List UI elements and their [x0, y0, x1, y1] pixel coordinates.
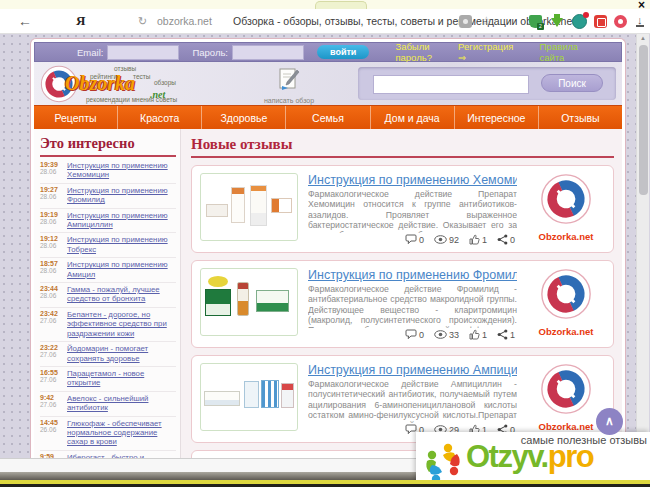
otzyv-brand-yellow: pro [548, 439, 593, 474]
logo-word-obzory: обзоры [154, 79, 176, 86]
email-field[interactable] [107, 45, 179, 60]
review-title-link[interactable]: Инструкция по применению Ампициллин [308, 363, 517, 377]
item-timestamp: 23:42 27.06 [40, 310, 63, 338]
share-icon[interactable] [497, 234, 508, 245]
search-input[interactable] [373, 75, 529, 94]
nav-item[interactable]: Здоровье [202, 106, 286, 129]
register-link[interactable]: Регистрация ⇒ [458, 41, 514, 63]
views-icon [434, 330, 447, 339]
item-time: 19:19 [40, 211, 63, 218]
login-button[interactable]: войти [317, 45, 369, 59]
sidebar-article-link[interactable]: Инструкция по применению Хемомицин [67, 161, 176, 180]
nav-item[interactable]: Интересное [455, 106, 539, 129]
item-timestamp: 19:12 28.06 [40, 235, 63, 254]
item-date: 27.06 [40, 401, 63, 408]
item-timestamp: 9:42 27.06 [40, 394, 63, 413]
item-timestamp: 19:27 28.06 [40, 186, 63, 205]
review-card: Инструкция по применению Фромилид Фармак… [191, 260, 614, 348]
extension-pink-icon[interactable] [614, 14, 627, 28]
sidebar-article-link[interactable]: Инструкция по применению Фромилид [67, 186, 176, 205]
extension-red-icon[interactable] [594, 14, 607, 28]
nav-item[interactable]: Красота [118, 106, 202, 129]
item-date: 28.06 [40, 168, 63, 175]
sidebar-article-link[interactable]: Инструкция по применению Амицил [67, 260, 176, 279]
site-header: отзывы рейтинги тесты обзоры Obzorka .ne… [34, 62, 622, 105]
back-icon[interactable]: ← [18, 9, 32, 33]
nav-item[interactable]: Отзывы [539, 106, 622, 129]
forgot-password-link[interactable]: Забыли пароль? [395, 41, 432, 63]
bookmark-star-icon[interactable]: ☆ [481, 9, 492, 33]
adblock-shield-icon[interactable]: 2 [529, 14, 542, 28]
item-date: 28.06 [40, 292, 63, 299]
sidebar-list-item: 16:55 27.06 Парацетамол - новое открытие [40, 367, 176, 392]
sidebar-article-link[interactable]: Авелокс - сильнейший антибиотик [67, 394, 176, 413]
extension-circle-icon[interactable] [572, 14, 587, 28]
like-icon[interactable] [469, 329, 480, 340]
otzyv-pro-logo[interactable]: Otzyv.pro [466, 439, 593, 475]
likes-count: 1 [482, 235, 487, 245]
item-date: 28.06 [40, 242, 63, 249]
sidebar-article-link[interactable]: Гамма - пожалуй, лучшее средство от брон… [67, 285, 176, 304]
item-timestamp: 19:19 28.06 [40, 211, 63, 230]
search-button[interactable]: Поиск [541, 74, 603, 92]
nav-item[interactable]: Рецепты [34, 106, 118, 129]
sidebar-title: Это интересно [40, 135, 176, 157]
password-field[interactable] [232, 45, 304, 60]
source-link[interactable]: Obzorka.net [527, 421, 605, 432]
site-container: Email: Пароль: войти Забыли пароль? Реги… [30, 38, 626, 487]
review-thumbnail[interactable] [200, 268, 298, 336]
like-icon[interactable] [469, 234, 480, 245]
review-source: Obzorka.net [527, 173, 605, 245]
sidebar-list-item: 18:57 28.06 Инструкция по применению Ами… [40, 258, 176, 283]
address-bar-title[interactable]: Обзорка - обзоры, отзывы, тесты, советы … [233, 9, 575, 33]
nav-item-label: Семья [312, 112, 344, 124]
download-icon[interactable]: ↓ [636, 9, 644, 33]
review-stats: 0 33 1 1 [308, 329, 517, 340]
item-timestamp: 16:55 27.06 [40, 369, 63, 388]
site-rules-link[interactable]: Правила сайта [540, 41, 579, 63]
review-body: Инструкция по применению Хемомицин Фарма… [308, 173, 517, 245]
scrollbar-up-arrow[interactable]: ▲ [637, 33, 649, 43]
item-date: 27.06 [40, 317, 63, 324]
sidebar-article-link[interactable]: Инструкция по применению Тобрекс [67, 235, 176, 254]
save-arrow-icon[interactable] [551, 14, 563, 28]
scrollbar[interactable]: ▲ [636, 33, 649, 487]
review-card: Инструкция по применению Ампициллин Фарм… [191, 355, 614, 443]
nav-item[interactable]: Дом и дача [371, 106, 455, 129]
shares-count: 0 [510, 235, 515, 245]
sidebar-list-item: 23:22 27.06 Йодомарин - помогает сохраня… [40, 342, 176, 367]
item-time: 23:42 [40, 310, 63, 317]
sidebar-article-link[interactable]: Глюкофаж - обеспечивает нормальное содер… [67, 419, 176, 447]
logo-brand-text: Obzorka [65, 72, 135, 95]
yandex-logo-icon[interactable]: Я [76, 9, 85, 33]
review-title-link[interactable]: Инструкция по применению Фромилид [308, 268, 517, 282]
nav-item[interactable]: Семья [286, 106, 370, 129]
review-thumbnail[interactable] [200, 363, 298, 431]
logo-word-bottom: рекомендации мнения советы [86, 96, 177, 103]
sidebar-article-link[interactable]: Парацетамол - новое открытие [67, 369, 176, 388]
refresh-icon[interactable]: ↻ [138, 9, 147, 33]
window-close-button[interactable]: × [638, 0, 645, 12]
browser-window: × ← Я ↻ obzorka.net Обзорка - обзоры, от… [0, 0, 650, 487]
source-link[interactable]: Obzorka.net [527, 326, 605, 337]
sidebar-article-link[interactable]: Инструкция по применению Ампициллин [67, 211, 176, 230]
protect-icon[interactable] [459, 9, 472, 33]
browser-toolbar: ← Я ↻ obzorka.net Обзорка - обзоры, отзы… [0, 9, 650, 34]
item-timestamp: 23:44 28.06 [40, 285, 63, 304]
sidebar-article-link[interactable]: Бепантен - дорогое, но эффективное средс… [67, 310, 176, 338]
item-date: 27.06 [40, 351, 63, 358]
sidebar-article-link[interactable]: Йодомарин - помогает сохранять здоровье [67, 344, 176, 363]
scrollbar-thumb[interactable] [639, 45, 648, 195]
search-panel: Поиск [358, 67, 616, 100]
address-bar-url[interactable]: obzorka.net [157, 9, 212, 33]
write-review-button[interactable]: написать обзор [256, 66, 322, 104]
views-count: 33 [449, 330, 459, 340]
site-logo[interactable]: отзывы рейтинги тесты обзоры Obzorka .ne… [38, 63, 253, 104]
share-icon[interactable] [497, 329, 508, 340]
review-title-link[interactable]: Инструкция по применению Хемомицин [308, 173, 517, 187]
item-date: 28.06 [40, 193, 63, 200]
source-link[interactable]: Obzorka.net [527, 231, 605, 242]
review-thumbnail[interactable] [200, 173, 298, 241]
scroll-to-top-button[interactable]: ∧ [596, 408, 623, 435]
views-icon [434, 235, 447, 244]
